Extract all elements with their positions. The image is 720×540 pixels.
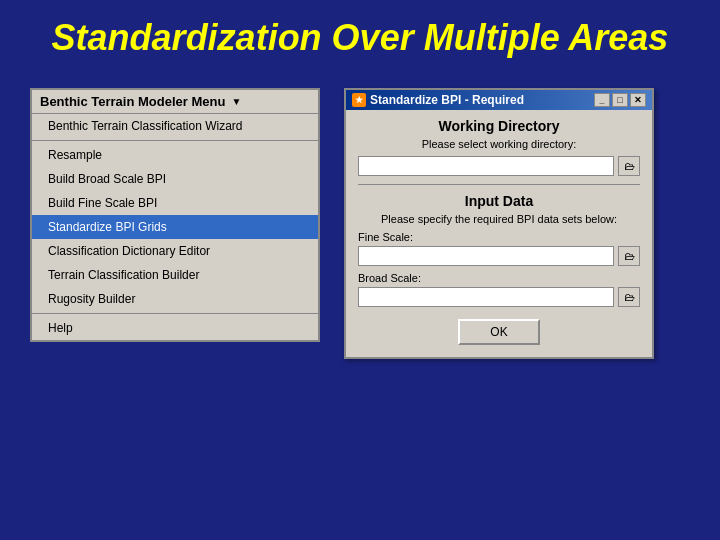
fine-scale-input[interactable] [358, 246, 614, 266]
working-directory-input-row: 🗁 [358, 156, 640, 176]
dialog-controls: _ □ ✕ [594, 93, 646, 107]
broad-scale-input-row: 🗁 [358, 287, 640, 307]
menu-item-build-broad[interactable]: Build Broad Scale BPI [32, 167, 318, 191]
menu-item-rugosity[interactable]: Rugosity Builder [32, 287, 318, 311]
dialog-panel: ★ Standardize BPI - Required _ □ ✕ Worki… [344, 88, 654, 359]
menu-items-list: Benthic Terrain Classification Wizard Re… [32, 114, 318, 340]
menu-separator-2 [32, 313, 318, 314]
menu-panel: Benthic Terrain Modeler Menu ▼ Benthic T… [30, 88, 320, 342]
broad-scale-label: Broad Scale: [358, 272, 640, 284]
input-data-heading: Input Data [358, 193, 640, 209]
folder-icon-fine: 🗁 [624, 250, 635, 262]
fine-scale-label: Fine Scale: [358, 231, 640, 243]
menu-item-class-dict[interactable]: Classification Dictionary Editor [32, 239, 318, 263]
menu-item-standardize-bpi[interactable]: Standardize BPI Grids [32, 215, 318, 239]
menu-header-label: Benthic Terrain Modeler Menu [40, 94, 225, 109]
maximize-button[interactable]: □ [612, 93, 628, 107]
working-directory-input[interactable] [358, 156, 614, 176]
menu-separator-1 [32, 140, 318, 141]
page-title: Standardization Over Multiple Areas [0, 0, 720, 78]
working-directory-browse-button[interactable]: 🗁 [618, 156, 640, 176]
dialog-titlebar: ★ Standardize BPI - Required _ □ ✕ [346, 90, 652, 110]
menu-item-resample[interactable]: Resample [32, 143, 318, 167]
divider [358, 184, 640, 185]
input-data-section: Input Data Please specify the required B… [358, 193, 640, 345]
ok-btn-row: OK [358, 319, 640, 345]
menu-item-help[interactable]: Help [32, 316, 318, 340]
menu-item-build-fine[interactable]: Build Fine Scale BPI [32, 191, 318, 215]
dialog-body: Working Directory Please select working … [346, 110, 652, 357]
folder-icon: 🗁 [624, 160, 635, 172]
working-directory-heading: Working Directory [358, 118, 640, 134]
dropdown-arrow-icon[interactable]: ▼ [231, 96, 241, 107]
close-button[interactable]: ✕ [630, 93, 646, 107]
ok-button[interactable]: OK [458, 319, 539, 345]
dialog-title: Standardize BPI - Required [370, 93, 524, 107]
dialog-icon: ★ [352, 93, 366, 107]
content-area: Benthic Terrain Modeler Menu ▼ Benthic T… [0, 88, 720, 359]
menu-item-terrain-class[interactable]: Terrain Classification Builder [32, 263, 318, 287]
dialog-titlebar-left: ★ Standardize BPI - Required [352, 93, 524, 107]
broad-scale-browse-button[interactable]: 🗁 [618, 287, 640, 307]
menu-item-btc-wizard[interactable]: Benthic Terrain Classification Wizard [32, 114, 318, 138]
input-data-subtext: Please specify the required BPI data set… [358, 213, 640, 225]
folder-icon-broad: 🗁 [624, 291, 635, 303]
working-directory-subtext: Please select working directory: [358, 138, 640, 150]
minimize-button[interactable]: _ [594, 93, 610, 107]
fine-scale-browse-button[interactable]: 🗁 [618, 246, 640, 266]
menu-header[interactable]: Benthic Terrain Modeler Menu ▼ [32, 90, 318, 114]
broad-scale-input[interactable] [358, 287, 614, 307]
fine-scale-input-row: 🗁 [358, 246, 640, 266]
